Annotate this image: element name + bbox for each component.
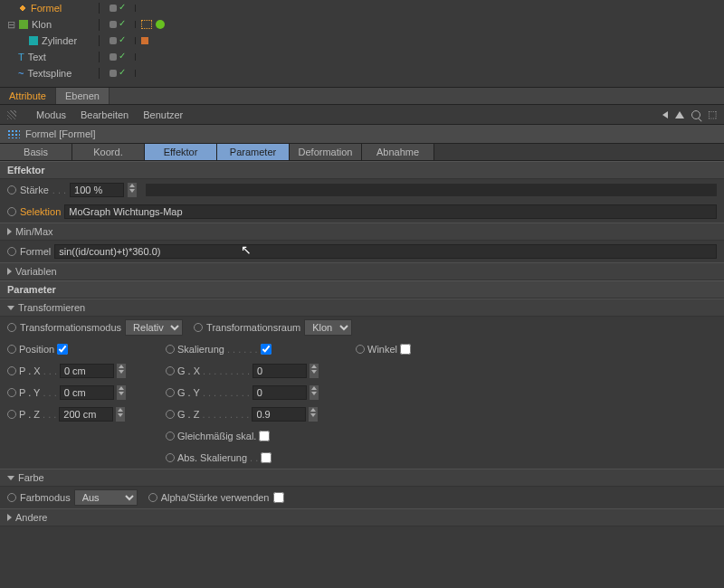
anim-dot-formel[interactable] [7,247,16,256]
cloner-icon [19,20,28,29]
input-staerke[interactable] [70,183,124,197]
chk-gleich[interactable] [259,431,270,441]
spinner-gy[interactable] [310,385,319,400]
label-transraum: Transformationsraum [206,322,300,333]
label-formel: Formel [20,246,51,257]
tag-selection-icon[interactable] [141,20,152,29]
search-icon[interactable] [691,110,700,119]
sectab-abnahme[interactable]: Abnahme [362,144,434,160]
spinner-pz[interactable] [116,407,125,422]
select-transmodus[interactable]: Relativ [125,319,183,336]
chk-skalierung[interactable] [261,344,272,355]
anim-dot-px[interactable] [7,366,16,375]
enable-check-icon[interactable] [119,70,126,77]
anim-dot-gy[interactable] [166,388,175,397]
input-gx[interactable] [252,364,307,378]
label-farbmodus: Farbmodus [20,492,71,503]
visibility-dot[interactable] [110,5,117,12]
anim-dot-alpha[interactable] [148,493,157,502]
tree-item-formel[interactable]: Formel [0,0,724,16]
select-farbmodus[interactable]: Aus [74,489,138,506]
visibility-dot[interactable] [110,53,117,61]
object-title: Formel [Formel] [0,125,724,143]
back-icon[interactable] [662,111,668,119]
input-gy[interactable] [252,385,307,400]
chk-winkel[interactable] [400,344,411,355]
sectab-deformation[interactable]: Deformation [290,144,362,160]
spinner-py[interactable] [117,385,126,400]
anim-dot-pz[interactable] [7,410,16,419]
input-formel[interactable] [54,244,717,259]
formula-icon [18,4,27,13]
tree-item-textspline[interactable]: ~Textspline [0,65,724,81]
visibility-dot[interactable] [110,37,117,44]
visibility-dot[interactable] [110,21,117,28]
subgroup-farbe[interactable]: Farbe [0,469,724,487]
anim-dot-winkel[interactable] [356,345,365,354]
chk-position[interactable] [57,344,68,355]
tree-item-klon[interactable]: ⊟Klon [0,16,724,33]
sectab-parameter[interactable]: Parameter [217,144,290,160]
spinner-px[interactable] [117,364,126,378]
anim-dot-skalierung[interactable] [166,345,175,354]
enable-check-icon[interactable] [119,37,126,44]
text-icon: T [18,52,24,62]
anim-dot-gz[interactable] [166,410,175,419]
input-py[interactable] [60,385,114,400]
object-tree: Formel ⊟Klon Zylinder TText ~Textspline [0,0,724,81]
sectab-effektor[interactable]: Effektor [145,144,217,160]
anim-dot-farbmodus[interactable] [7,493,16,502]
slider-staerke[interactable] [146,184,717,196]
group-parameter: Parameter [0,280,724,299]
subgroup-transformieren[interactable]: Transformieren [0,299,724,317]
label-selektion: Selektion [20,206,61,217]
subgroup-minmax[interactable]: Min/Max [0,223,724,241]
spinner-staerke[interactable] [128,183,137,197]
tab-attribute[interactable]: Attribute [0,88,56,104]
visibility-dot[interactable] [110,70,117,77]
tree-item-zylinder[interactable]: Zylinder [0,33,724,49]
anim-dot-py[interactable] [7,388,16,397]
spline-icon: ~ [18,68,24,79]
tree-item-text[interactable]: TText [0,49,724,65]
enable-check-icon[interactable] [119,21,126,28]
input-pz[interactable] [59,407,113,422]
subgroup-variablen[interactable]: Variablen [0,262,724,280]
anim-dot-gleich[interactable] [166,432,175,441]
anim-dot-staerke[interactable] [7,185,16,194]
anim-dot-transmodus[interactable] [7,323,16,332]
spinner-gx[interactable] [310,364,319,378]
label-alpha: Alpha/Stärke verwenden [161,492,270,503]
menu-benutzer[interactable]: Benutzer [143,109,183,120]
select-transraum[interactable]: Klon [304,319,352,336]
chk-alpha[interactable] [273,492,284,503]
lock-icon[interactable]: ⬚ [708,109,717,120]
attribute-menu-bar: Modus Bearbeiten Benutzer ⬚ [0,105,724,125]
enable-check-icon[interactable] [119,53,126,61]
anim-dot-position[interactable] [7,345,16,354]
input-gz[interactable] [252,407,306,422]
section-tabs: Basis Koord. Effektor Parameter Deformat… [0,143,724,161]
sectab-koord[interactable]: Koord. [72,144,145,160]
tag-small-icon[interactable] [141,37,148,44]
spinner-gz[interactable] [309,407,318,422]
anim-dot-transraum[interactable] [194,323,203,332]
up-icon[interactable] [675,111,684,119]
grip-icon[interactable] [7,110,16,119]
menu-bearbeiten[interactable]: Bearbeiten [81,109,129,120]
subgroup-andere[interactable]: Andere [0,508,724,526]
chk-abs[interactable] [261,452,272,463]
sectab-basis[interactable]: Basis [0,144,72,160]
menu-modus[interactable]: Modus [36,109,66,120]
enable-check-icon[interactable] [119,5,126,12]
input-selektion[interactable] [64,204,717,219]
tag-material-icon[interactable] [156,20,165,29]
cylinder-icon [29,36,38,45]
label-staerke: Stärke [20,185,49,195]
group-effektor: Effektor [0,161,724,179]
anim-dot-abs[interactable] [166,453,175,462]
anim-dot-selektion[interactable] [7,207,16,216]
input-px[interactable] [60,364,114,378]
anim-dot-gx[interactable] [166,366,175,375]
tab-ebenen[interactable]: Ebenen [56,88,110,104]
